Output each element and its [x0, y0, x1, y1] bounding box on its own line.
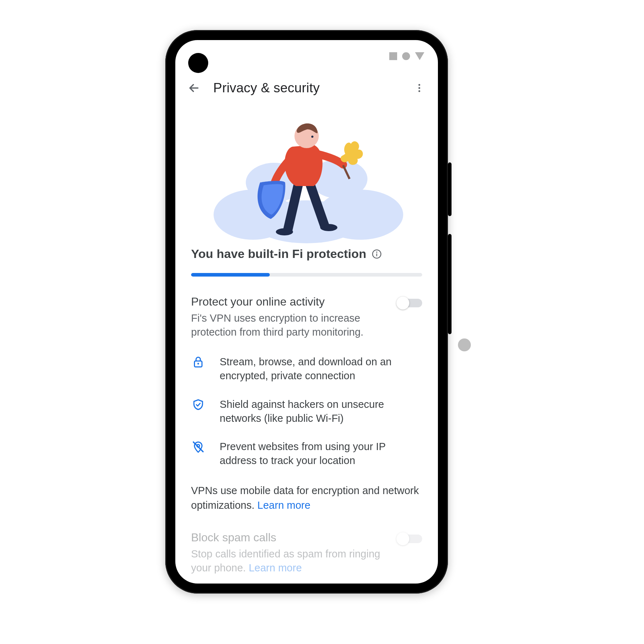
- arrow-left-icon: [187, 81, 201, 95]
- app-bar: Privacy & security: [175, 72, 438, 104]
- front-camera: [188, 53, 208, 73]
- vpn-setting-title: Protect your online activity: [191, 295, 422, 308]
- svg-point-11: [311, 136, 313, 138]
- protection-progress-fill: [191, 273, 270, 277]
- status-square-icon: [389, 52, 397, 60]
- back-button[interactable]: [185, 79, 203, 97]
- svg-point-8: [276, 228, 293, 235]
- vpn-toggle[interactable]: [396, 297, 422, 309]
- screen: Privacy & security: [175, 40, 438, 584]
- info-icon: [372, 249, 382, 259]
- vpn-note: VPNs use mobile data for encryption and …: [191, 483, 422, 512]
- feature-item: Stream, browse, and download on an encry…: [191, 355, 422, 383]
- overflow-menu-button[interactable]: [411, 79, 428, 97]
- location-off-icon: [191, 440, 205, 454]
- feature-text: Prevent websites from using your IP addr…: [220, 440, 422, 468]
- feature-item: Prevent websites from using your IP addr…: [191, 440, 422, 468]
- spam-setting: Block spam calls Stop calls identified a…: [191, 531, 422, 575]
- headline-row: You have built-in Fi protection: [191, 247, 422, 261]
- toggle-thumb: [396, 532, 409, 545]
- more-vert-icon: [414, 83, 425, 93]
- feature-item: Shield against hackers on unsecure netwo…: [191, 397, 422, 425]
- feature-text: Stream, browse, and download on an encry…: [220, 355, 422, 383]
- spam-toggle[interactable]: [396, 532, 422, 545]
- svg-rect-15: [376, 253, 377, 256]
- svg-point-0: [419, 84, 420, 86]
- svg-point-17: [197, 363, 199, 365]
- svg-point-14: [376, 252, 377, 253]
- spam-setting-description: Stop calls identified as spam from ringi…: [191, 547, 384, 575]
- svg-point-9: [320, 224, 337, 231]
- status-triangle-icon: [415, 52, 424, 60]
- svg-point-2: [419, 90, 420, 92]
- spam-learn-more-link[interactable]: Learn more: [249, 562, 302, 574]
- info-button[interactable]: [371, 249, 382, 259]
- spam-setting-title: Block spam calls: [191, 531, 422, 544]
- protection-progress: [191, 273, 422, 277]
- headline: You have built-in Fi protection: [191, 247, 366, 261]
- vpn-learn-more-link[interactable]: Learn more: [257, 499, 310, 511]
- vpn-feature-list: Stream, browse, and download on an encry…: [191, 355, 422, 468]
- toggle-thumb: [396, 297, 409, 309]
- svg-point-1: [419, 87, 420, 89]
- status-bar: [175, 40, 438, 72]
- cursor-dot: [458, 338, 471, 351]
- vpn-setting-description: Fi's VPN uses encryption to increase pro…: [191, 311, 384, 339]
- shield-check-icon: [191, 397, 205, 412]
- vpn-setting: Protect your online activity Fi's VPN us…: [191, 295, 422, 339]
- page-title: Privacy & security: [213, 80, 400, 96]
- phone-frame: Privacy & security: [165, 30, 448, 594]
- feature-text: Shield against hackers on unsecure netwo…: [220, 397, 422, 425]
- hero-illustration: [175, 104, 438, 247]
- lock-icon: [191, 355, 205, 369]
- status-circle-icon: [402, 52, 410, 60]
